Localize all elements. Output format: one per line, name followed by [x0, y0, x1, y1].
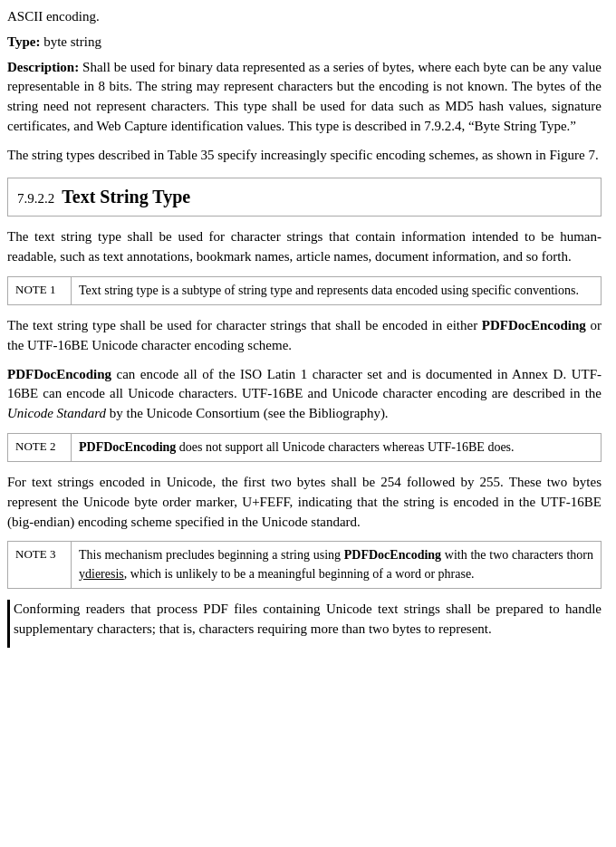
conforming-readers-para: Conforming readers that process PDF file… [14, 600, 602, 640]
desc-label: Description: [7, 60, 79, 74]
note2-table: NOTE 2 PDFDocEncoding does not support a… [7, 433, 602, 462]
encoding-para-a: The text string type shall be used for c… [7, 318, 482, 332]
text-string-intro: The text string type shall be used for c… [7, 227, 602, 267]
section-header: 7.9.2.2 Text String Type [7, 178, 602, 217]
note3-label: NOTE 3 [8, 542, 72, 589]
note3-text2: with the two characters thorn [441, 548, 593, 562]
pdfdoc-para: PDFDocEncoding can encode all of the ISO… [7, 365, 602, 424]
note3-content: This mechanism precludes beginning a str… [72, 542, 602, 589]
type-label: Type: [7, 34, 40, 49]
unicode-bytes-para: For text strings encoded in Unicode, the… [7, 473, 602, 532]
encoding-para: The text string type shall be used for c… [7, 316, 602, 356]
pdfdocencoding-bold-2: PDFDocEncoding [7, 367, 111, 381]
string-types-para: The string types described in Table 35 s… [7, 146, 602, 166]
note2-row: NOTE 2 PDFDocEncoding does not support a… [8, 433, 602, 461]
note3-underline: ydieresis [79, 567, 124, 581]
note2-bold: PDFDocEncoding [79, 440, 176, 454]
note1-content: Text string type is a subtype of string … [72, 276, 602, 304]
unicode-standard-italic: Unicode Standard [7, 406, 106, 420]
section-number: 7.9.2.2 [17, 189, 54, 209]
note2-label: NOTE 2 [8, 433, 72, 461]
note1-table: NOTE 1 Text string type is a subtype of … [7, 276, 602, 305]
description-para: Description: Shall be used for binary da… [7, 58, 602, 137]
pdfdocencoding-bold-1: PDFDocEncoding [482, 318, 586, 332]
pdfdoc-para-c: by the Unicode Consortium (see the Bibli… [106, 406, 389, 420]
note3-row: NOTE 3 This mechanism precludes beginnin… [8, 542, 602, 589]
note2-text: does not support all Unicode characters … [176, 440, 514, 454]
bottom-section: Conforming readers that process PDF file… [7, 600, 602, 649]
desc-body: Shall be used for binary data represente… [7, 60, 602, 133]
note3-text1: This mechanism precludes beginning a str… [79, 548, 344, 562]
ascii-line: ASCII encoding. [7, 7, 602, 27]
note1-row: NOTE 1 Text string type is a subtype of … [8, 276, 602, 304]
note3-table: NOTE 3 This mechanism precludes beginnin… [7, 541, 602, 589]
type-line: Type: byte string [7, 33, 602, 53]
note3-text3: , which is unlikely to be a meaningful b… [124, 567, 475, 581]
note1-label: NOTE 1 [8, 276, 72, 304]
note2-content: PDFDocEncoding does not support all Unic… [72, 433, 602, 461]
type-value: byte string [40, 34, 101, 49]
left-bar [7, 600, 10, 649]
section-title: Text String Type [62, 184, 190, 210]
note3-bold: PDFDocEncoding [344, 548, 441, 562]
